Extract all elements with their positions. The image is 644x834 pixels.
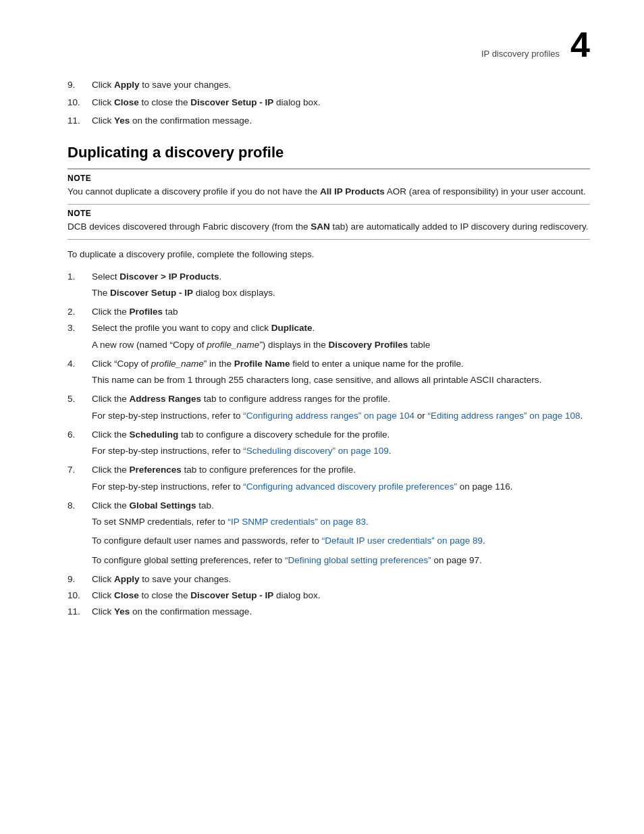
intro-step-11: 11. Click Yes on the confirmation messag…: [68, 114, 590, 128]
header-title: IP discovery profiles: [481, 49, 560, 59]
intro-para: To duplicate a discovery profile, comple…: [68, 248, 590, 261]
sub-para-8c: To configure global setting preferences,…: [92, 554, 590, 567]
step-text: Click Apply to save your changes.: [92, 78, 590, 92]
list-num: 8.: [68, 499, 92, 513]
list-item-1: 1. Select Discover > IP Products.: [68, 270, 590, 284]
list-item-10: 10. Click Close to close the Discover Se…: [68, 589, 590, 602]
list-item-5: 5. Click the Address Ranges tab to confi…: [68, 392, 590, 406]
link-configuring-address-ranges[interactable]: “Configuring address ranges” on page 104: [243, 411, 414, 421]
step-text: Click Close to close the Discover Setup …: [92, 96, 590, 109]
step-text: Click Yes on the confirmation message.: [92, 114, 590, 128]
step-num: 11.: [68, 114, 92, 128]
section-heading: Duplicating a discovery profile: [68, 144, 590, 161]
step-num: 10.: [68, 96, 92, 109]
list-num: 6.: [68, 428, 92, 442]
page: IP discovery profiles 4 9. Click Apply t…: [0, 0, 644, 834]
list-content: Click Yes on the confirmation message.: [92, 605, 590, 619]
list-content: Select Discover > IP Products.: [92, 270, 590, 284]
numbered-list: 1. Select Discover > IP Products. The Di…: [68, 270, 590, 619]
sub-para-8a: To set SNMP credentials, refer to “IP SN…: [92, 515, 590, 529]
note-box-1: NOTE You cannot duplicate a discovery pr…: [68, 169, 590, 205]
sub-para-6: For step-by-step instructions, refer to …: [92, 444, 590, 458]
sub-para-5: For step-by-step instructions, refer to …: [92, 409, 590, 423]
list-content: Click Apply to save your changes.: [92, 573, 590, 586]
note-text-2: DCB devices discovered through Fabric di…: [68, 220, 590, 234]
list-item-4: 4. Click “Copy of profile_name” in the P…: [68, 357, 590, 371]
note-box-2: NOTE DCB devices discovered through Fabr…: [68, 205, 590, 240]
list-num: 9.: [68, 573, 92, 586]
list-content: Click “Copy of profile_name” in the Prof…: [92, 357, 590, 371]
list-content: Click the Profiles tab: [92, 305, 590, 319]
sub-para-8b: To configure default user names and pass…: [92, 534, 590, 548]
intro-steps: 9. Click Apply to save your changes. 10.…: [68, 78, 590, 128]
list-num: 7.: [68, 463, 92, 477]
list-content: Click the Global Settings tab.: [92, 499, 590, 513]
list-num: 5.: [68, 392, 92, 406]
list-item-3: 3. Select the profile you want to copy a…: [68, 321, 590, 335]
list-content: Click the Scheduling tab to configure a …: [92, 428, 590, 442]
intro-step-9: 9. Click Apply to save your changes.: [68, 78, 590, 92]
sub-para-3: A new row (named “Copy of profile_name”)…: [92, 338, 590, 352]
note-label-1: NOTE: [68, 174, 590, 183]
list-num: 4.: [68, 357, 92, 371]
list-content: Click Close to close the Discover Setup …: [92, 589, 590, 602]
header-right: IP discovery profiles 4: [481, 27, 590, 62]
list-content: Click the Address Ranges tab to configur…: [92, 392, 590, 406]
note-text-1: You cannot duplicate a discovery profile…: [68, 185, 590, 199]
list-item-6: 6. Click the Scheduling tab to configure…: [68, 428, 590, 442]
list-num: 10.: [68, 589, 92, 602]
intro-step-10: 10. Click Close to close the Discover Se…: [68, 96, 590, 109]
note-label-2: NOTE: [68, 209, 590, 218]
link-scheduling-discovery[interactable]: “Scheduling discovery” on page 109: [243, 446, 388, 456]
list-num: 11.: [68, 605, 92, 619]
page-header: IP discovery profiles 4: [68, 27, 590, 65]
list-item-7: 7. Click the Preferences tab to configur…: [68, 463, 590, 477]
list-item-11: 11. Click Yes on the confirmation messag…: [68, 605, 590, 619]
link-default-ip-user[interactable]: “Default IP user credentials” on page 89: [322, 536, 483, 546]
link-snmp-credentials[interactable]: “IP SNMP credentials” on page 83: [228, 517, 366, 527]
sub-para: The Discover Setup - IP dialog box displ…: [92, 286, 590, 300]
link-global-setting-prefs[interactable]: “Defining global setting preferences”: [285, 555, 431, 565]
list-num: 1.: [68, 270, 92, 284]
list-item-8: 8. Click the Global Settings tab.: [68, 499, 590, 513]
list-num: 2.: [68, 305, 92, 319]
link-editing-address-ranges[interactable]: “Editing address ranges” on page 108: [428, 411, 581, 421]
list-item-2: 2. Click the Profiles tab: [68, 305, 590, 319]
list-content: Click the Preferences tab to configure p…: [92, 463, 590, 477]
list-num: 3.: [68, 321, 92, 335]
list-content: Select the profile you want to copy and …: [92, 321, 590, 335]
link-configuring-advanced[interactable]: “Configuring advanced discovery profile …: [243, 481, 457, 492]
sub-para-7: For step-by-step instructions, refer to …: [92, 480, 590, 494]
step-num: 9.: [68, 78, 92, 92]
list-item-9: 9. Click Apply to save your changes.: [68, 573, 590, 586]
sub-para-4: This name can be from 1 through 255 char…: [92, 373, 590, 387]
chapter-number: 4: [570, 27, 590, 62]
